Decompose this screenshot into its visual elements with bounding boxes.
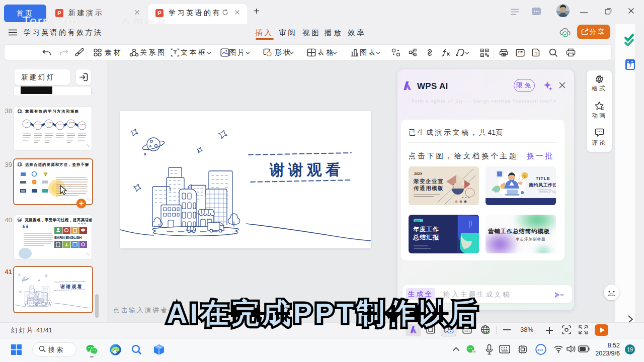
svg-text:iFLY: iFLY bbox=[537, 348, 543, 351]
svg-text:13.: 13. bbox=[18, 163, 23, 166]
svg-text:四 练习: 四 练习 bbox=[58, 124, 63, 126]
svg-text:三 策略: 三 策略 bbox=[47, 122, 52, 124]
svg-text:五 巩固: 五 巩固 bbox=[69, 122, 74, 124]
svg-text:选择合适的资源和方法，坚持不懈: 选择合适的资源和方法，坚持不懈 bbox=[25, 162, 90, 167]
svg-text:202X: 202X bbox=[415, 220, 420, 222]
svg-text:一 学习: 一 学习 bbox=[25, 122, 30, 124]
svg-text:TITLE: TITLE bbox=[536, 176, 550, 181]
svg-text:单击添加副标题: 单击添加副标题 bbox=[516, 237, 546, 241]
svg-text:14.: 14. bbox=[17, 218, 22, 222]
svg-text:营销工作总结简约模板: 营销工作总结简约模板 bbox=[488, 228, 550, 234]
svg-text:简约风工作汇报: 简约风工作汇报 bbox=[528, 183, 556, 188]
svg-text:年度工作: 年度工作 bbox=[413, 226, 439, 233]
svg-text:12.: 12. bbox=[18, 110, 23, 113]
svg-text:202X: 202X bbox=[414, 172, 423, 175]
svg-text:六 提升: 六 提升 bbox=[80, 124, 85, 126]
svg-text:EARN ENGLISH: EARN ENGLISH bbox=[54, 235, 82, 240]
svg-text:二 方法: 二 方法 bbox=[36, 124, 41, 126]
svg-text:MINIMAL STYLE: MINIMAL STYLE bbox=[539, 191, 556, 193]
svg-text:传通用模版: 传通用模版 bbox=[413, 185, 444, 191]
svg-text:渐变企业宣: 渐变企业宣 bbox=[413, 178, 444, 184]
svg-text:AI在完成PPT制作以后: AI在完成PPT制作以后 bbox=[167, 298, 480, 329]
svg-text:?: ? bbox=[535, 51, 538, 56]
svg-text:克服困难，享受学习过程，提高英语能力: 克服困难，享受学习过程，提高英语能力 bbox=[25, 218, 92, 222]
svg-text:掌握有效的学习方法和策略: 掌握有效的学习方法和策略 bbox=[25, 109, 79, 114]
svg-text:总结汇报: 总结汇报 bbox=[413, 234, 439, 241]
